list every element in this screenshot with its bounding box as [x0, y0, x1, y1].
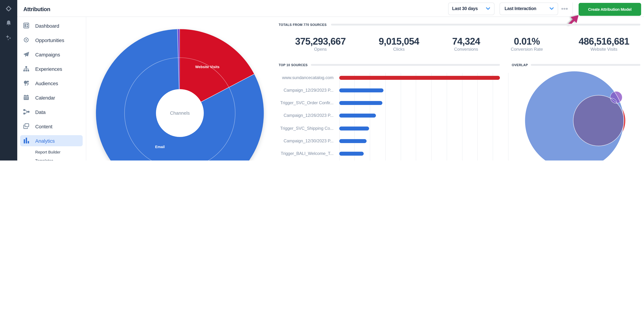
- svg-text:Email: Email: [155, 145, 164, 149]
- svg-text:Channels: Channels: [170, 110, 190, 116]
- svg-text:Website Visits: Website Visits: [195, 65, 220, 69]
